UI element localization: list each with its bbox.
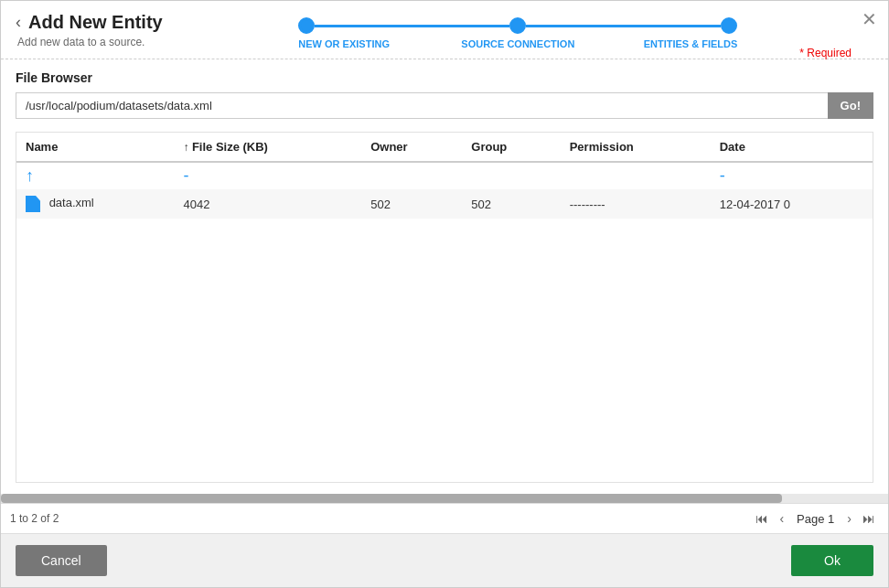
file-name-cell: data.xml (16, 189, 175, 219)
col-date: Date (711, 133, 873, 162)
content: File Browser Go! Name ↑ File Size (KB) O… (1, 59, 888, 494)
nav-up-date: - (711, 162, 873, 189)
header: ‹ Add New Entity Add new data to a sourc… (1, 1, 888, 49)
back-arrow-icon[interactable]: ‹ (16, 13, 21, 32)
file-name: data.xml (49, 196, 94, 209)
step-label-1: NEW OR EXISTING (298, 38, 444, 49)
first-page-button[interactable]: ⏮ (752, 509, 772, 528)
next-page-button[interactable]: › (843, 509, 855, 528)
file-permission: --------- (561, 189, 711, 219)
pagination-controls: ⏮ ‹ Page 1 › ⏭ (752, 509, 879, 528)
nav-up-size: - (175, 162, 362, 189)
header-left: ‹ Add New Entity Add new data to a sourc… (16, 12, 163, 48)
footer: Cancel Ok (1, 533, 888, 587)
required-note: * Required (799, 47, 852, 59)
go-button[interactable]: Go! (828, 92, 873, 119)
col-owner: Owner (361, 133, 462, 162)
col-group: Group (462, 133, 560, 162)
stepper: NEW OR EXISTING SOURCE CONNECTION ENTITI… (163, 12, 873, 49)
nav-up-cell[interactable]: ↑ (16, 162, 175, 189)
up-arrow-icon: ↑ (26, 166, 34, 185)
step-label-3: ENTITIES & FIELDS (591, 38, 737, 49)
step-line-2 (526, 25, 721, 27)
file-icon (26, 196, 40, 212)
file-size: 4042 (175, 189, 362, 219)
path-input[interactable] (16, 92, 828, 119)
col-permission: Permission (561, 133, 711, 162)
step-dot-1 (298, 17, 315, 34)
col-filesize: ↑ File Size (KB) (175, 133, 362, 162)
last-page-button[interactable]: ⏭ (859, 509, 879, 528)
scrollbar-thumb[interactable] (1, 494, 782, 503)
stepper-track (298, 17, 737, 34)
ok-button[interactable]: Ok (791, 545, 873, 576)
path-row: Go! (16, 92, 873, 119)
back-title: ‹ Add New Entity (16, 12, 163, 33)
file-owner: 502 (361, 189, 462, 219)
horizontal-scrollbar[interactable] (1, 494, 888, 503)
cancel-button[interactable]: Cancel (16, 545, 107, 576)
step-label-2: SOURCE CONNECTION (444, 38, 591, 49)
prev-page-button[interactable]: ‹ (776, 509, 787, 528)
page-title: Add New Entity (28, 12, 163, 33)
table-row[interactable]: ↑ - - (16, 162, 873, 189)
nav-up-owner (361, 162, 462, 189)
nav-up-group (462, 162, 560, 189)
step-line-1 (315, 25, 509, 27)
stepper-labels: NEW OR EXISTING SOURCE CONNECTION ENTITI… (298, 38, 737, 49)
col-name: Name (16, 133, 175, 162)
sort-asc-icon: ↑ (184, 141, 192, 154)
pagination-bar: 1 to 2 of 2 ⏮ ‹ Page 1 › ⏭ (1, 503, 888, 533)
file-table: Name ↑ File Size (KB) Owner Group Permis… (16, 133, 873, 219)
table-header-row: Name ↑ File Size (KB) Owner Group Permis… (16, 133, 873, 162)
table-row[interactable]: data.xml 4042 502 502 --------- 12-04-20… (16, 189, 873, 219)
file-group: 502 (462, 189, 560, 219)
file-browser-label: File Browser (16, 70, 873, 85)
step-dot-2 (509, 17, 526, 34)
close-button[interactable]: ✕ (862, 8, 877, 30)
subtitle: Add new data to a source. (17, 36, 163, 48)
nav-up-permission (561, 162, 711, 189)
pagination-info: 1 to 2 of 2 (10, 512, 752, 525)
file-date: 12-04-2017 0 (711, 189, 873, 219)
file-table-wrapper: Name ↑ File Size (KB) Owner Group Permis… (16, 132, 873, 483)
step-dot-3 (721, 17, 737, 34)
page-label: Page 1 (797, 512, 834, 526)
dialog: ‹ Add New Entity Add new data to a sourc… (0, 0, 889, 588)
